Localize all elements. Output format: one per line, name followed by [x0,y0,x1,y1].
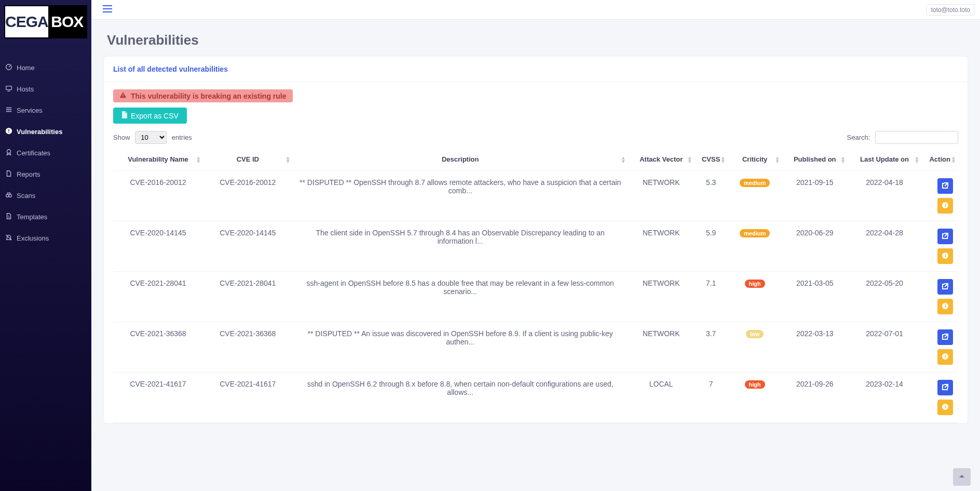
sort-icon: ▲▼ [196,156,201,163]
file-csv-icon [121,111,128,120]
table-row: CVE-2021-28041CVE-2021-28041ssh-agent in… [113,272,958,322]
cell-published: 2021-09-26 [782,373,848,423]
sort-icon: ▲▼ [840,156,846,163]
column-header[interactable]: CVE ID▲▼ [203,148,293,171]
open-external-button[interactable] [937,279,953,295]
info-button[interactable] [937,248,953,264]
open-external-button[interactable] [937,380,953,395]
cell-cve: CVE-2020-14145 [203,221,293,272]
cell-cvss: 3.7 [695,322,728,373]
info-button[interactable] [937,400,953,415]
external-link-icon [942,333,949,342]
info-button[interactable] [937,299,953,314]
sidebar-item-hosts[interactable]: Hosts [0,78,91,100]
sidebar-item-exclusions[interactable]: Exclusions [0,228,91,249]
open-external-button[interactable] [937,229,953,244]
svg-rect-24 [945,405,946,406]
external-link-icon [942,283,949,291]
cell-action [921,171,958,221]
cell-description: ** DISPUTED ** OpenSSH through 8.7 allow… [293,171,628,221]
column-header[interactable]: Vulnerability Name▲▼ [113,148,203,171]
cell-vector: NETWORK [628,272,695,322]
entries-select[interactable]: 10 [135,131,167,144]
column-header[interactable]: Criticity▲▼ [728,148,782,171]
sidebar-item-home[interactable]: Home [0,57,91,78]
open-external-button[interactable] [937,329,953,345]
sidebar-item-scans[interactable]: Scans [0,185,91,206]
svg-rect-18 [945,304,946,305]
cell-updated: 2023-02-14 [848,373,922,423]
sort-icon: ▲▼ [914,156,919,163]
svg-rect-14 [945,255,946,257]
export-csv-button[interactable]: Export as CSV [113,108,187,124]
cell-published: 2021-03-05 [782,272,848,322]
criticity-badge: high [745,380,765,389]
cell-published: 2020-06-29 [782,221,848,272]
info-button[interactable] [937,349,953,365]
column-header[interactable]: Last Update on▲▼ [848,148,922,171]
column-header[interactable]: Published on▲▼ [782,148,848,171]
sidebar-item-label: Reports [17,170,40,178]
svg-rect-15 [945,254,946,255]
sidebar-item-vulnerabilities[interactable]: Vulnerabilities [0,121,91,142]
sort-icon: ▲▼ [687,156,692,163]
cell-cve: CVE-2021-41617 [203,373,293,423]
cell-published: 2021-09-15 [782,171,848,221]
svg-rect-20 [945,356,946,358]
cell-cvss: 7 [695,373,728,423]
cell-cvss: 7.1 [695,272,728,322]
svg-rect-3 [8,129,9,131]
open-external-button[interactable] [937,178,953,194]
cell-description: ** DISPUTED ** An issue was discovered i… [293,322,628,373]
cell-name: CVE-2021-36368 [113,322,203,373]
binoculars-icon [5,191,12,200]
show-label-post: entries [172,134,192,141]
cell-updated: 2022-05-20 [848,272,922,322]
cell-name: CVE-2016-20012 [113,171,203,221]
hamburger-icon[interactable] [103,5,112,15]
sidebar-item-label: Templates [17,213,47,221]
info-icon [942,252,949,261]
cell-criticity: medium [728,171,782,221]
cell-updated: 2022-04-28 [848,221,922,272]
award-icon [5,149,12,157]
table-row: CVE-2016-20012CVE-2016-20012** DISPUTED … [113,171,958,221]
sidebar-item-templates[interactable]: Templates [0,206,91,228]
nav: HomeHostsServicesVulnerabilitiesCertific… [0,42,91,249]
svg-rect-9 [122,97,123,97]
search-input[interactable] [875,131,958,144]
criticity-badge: high [745,280,765,288]
column-header[interactable]: Attack Vector▲▼ [628,148,695,171]
svg-point-6 [6,194,9,197]
info-button[interactable] [937,198,953,214]
cell-vector: NETWORK [628,322,695,373]
external-link-icon [942,232,949,241]
external-link-icon [942,182,949,191]
sidebar-item-label: Certificates [17,149,50,157]
sort-icon: ▲▼ [951,156,956,163]
sidebar-item-label: Hosts [17,85,34,93]
cell-name: CVE-2020-14145 [113,221,203,272]
criticity-badge: low [746,330,764,338]
file-icon [5,170,12,179]
user-email[interactable]: toto@toto.toto [926,4,975,16]
cell-cve: CVE-2021-28041 [203,272,293,322]
cell-cve: CVE-2016-20012 [203,171,293,221]
column-header[interactable]: CVSS▲▼ [695,148,728,171]
scroll-top-button[interactable] [953,468,971,486]
cell-description: ssh-agent in OpenSSH before 8.5 has a do… [293,272,628,322]
cell-criticity: medium [728,221,782,272]
column-header[interactable]: Description▲▼ [293,148,628,171]
sidebar-item-certificates[interactable]: Certificates [0,142,91,164]
sidebar: CEGA BOX HomeHostsServicesVulnerabilitie… [0,0,91,491]
sort-icon: ▲▼ [775,156,780,163]
info-icon [942,302,949,311]
sidebar-item-services[interactable]: Services [0,100,91,121]
cell-cvss: 5.3 [695,171,728,221]
topbar: toto@toto.toto [91,0,980,20]
sidebar-item-reports[interactable]: Reports [0,164,91,185]
info-icon [942,403,949,412]
cell-cve: CVE-2021-36368 [203,322,293,373]
column-header[interactable]: Action▲▼ [921,148,958,171]
sort-icon: ▲▼ [621,156,626,163]
